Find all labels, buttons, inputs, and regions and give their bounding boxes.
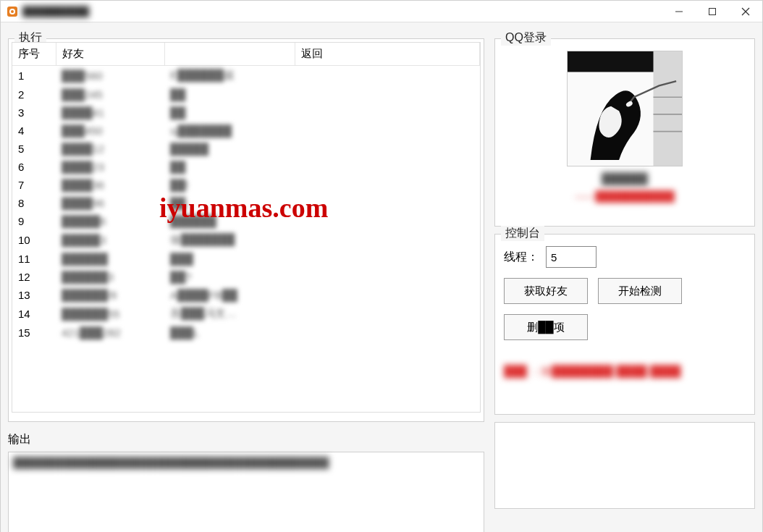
login-panel: QQ登录 [494,38,755,227]
login-username: ██████ [602,172,648,185]
cell-seq: 3 [12,104,56,122]
app-icon [7,6,18,17]
output-box[interactable]: ████████████████████████████████████████… [8,452,484,532]
cell-ret [295,212,480,230]
output-line: ████████████████████████████████████████… [13,457,479,468]
cell-friend: ████96 [56,194,164,212]
col-ret-header[interactable]: 返回 [295,43,480,66]
cell-ret [295,304,480,324]
fetch-friends-button[interactable]: 获取好友 [504,278,588,304]
login-subtitle: ——███████████ [575,190,674,202]
cell-seq: 15 [12,324,56,342]
minimize-button[interactable] [662,1,696,22]
table-row[interactable]: 14██████55吾███冯支… [12,304,480,324]
delete-item-button[interactable]: 删██项 [504,314,588,340]
col-friend-header[interactable]: 好友 [56,43,164,66]
thread-label: 线程： [504,250,539,265]
table-row[interactable]: 10█████3做███████ [12,230,480,250]
cell-ret [295,104,480,122]
table-row[interactable]: 15421███282███L [12,324,480,342]
table-row[interactable]: 8████96██ [12,194,480,212]
window-title: ██████████ [22,6,89,17]
cell-seq: 6 [12,158,56,176]
cell-nick: ██ [164,104,295,122]
cell-ret [295,176,480,194]
cell-seq: 7 [12,176,56,194]
table-row[interactable]: 4███450sj███████ [12,122,480,140]
close-button[interactable] [729,1,762,22]
window-controls [662,1,762,22]
cell-seq: 2 [12,85,56,104]
cell-nick: E██████媒 [164,66,295,86]
table-row[interactable]: 1███560E██████媒 [12,66,480,86]
cell-friend: ███560 [56,66,164,86]
content-area: iyuanmas.com 执行 序号 好友 返回 [1,22,762,532]
cell-nick: ███L [164,324,295,342]
table-row[interactable]: 12██████3██? [12,268,480,286]
col-nick-header[interactable] [164,43,295,66]
cell-ret [295,268,480,286]
cell-friend: 421███282 [56,324,164,342]
cell-friend: ███245 [56,85,164,104]
control-panel: 控制台 线程： 获取好友 开始检测 删██项 ███ ：致████████ ██… [494,234,755,415]
button-row-1: 获取好友 开始检测 [504,278,746,304]
minimize-icon [675,7,683,16]
cell-friend: █████6 [56,212,164,230]
cell-nick: sj███████ [164,122,295,140]
cell-ret [295,286,480,304]
maximize-button[interactable] [696,1,729,22]
svg-rect-4 [709,8,716,14]
avatar[interactable] [567,51,683,166]
col-seq-header[interactable]: 序号 [12,43,56,66]
cell-friend: ████23 [56,158,164,176]
cell-friend: ██████ [56,250,164,268]
thread-input[interactable] [546,246,597,268]
cell-ret [295,230,480,250]
app-window: ██████████ iyuanmas.com 执行 [0,0,763,532]
cell-seq: 12 [12,268,56,286]
login-panel-title: QQ登录 [501,30,551,46]
cell-seq: 13 [12,286,56,304]
cell-nick: ██? [164,268,295,286]
table-row[interactable]: 9█████6██████ [12,212,480,230]
table-row[interactable]: 2███245██ [12,85,480,104]
table-row[interactable]: 6████23██ [12,158,480,176]
cell-seq: 8 [12,194,56,212]
exec-table-scroll[interactable]: 序号 好友 返回 1███560E██████媒2███245██3████41… [12,42,481,413]
table-row[interactable]: 11█████████ [12,250,480,268]
exec-panel: 执行 序号 好友 返回 1███ [8,38,484,422]
start-detect-button[interactable]: 开始检测 [598,278,682,304]
table-row[interactable]: 7████36██! [12,176,480,194]
cell-friend: ████36 [56,176,164,194]
cell-ret [295,250,480,268]
svg-point-2 [11,10,14,13]
table-row[interactable]: 13██████/8A████FB██ [12,286,480,304]
exec-panel-inner: 序号 好友 返回 1███560E██████媒2███245██3████41… [9,39,484,415]
cell-seq: 4 [12,122,56,140]
left-column: 执行 序号 好友 返回 1███ [8,30,484,532]
button-row-2: 删██项 [504,314,746,340]
cell-seq: 10 [12,230,56,250]
control-panel-inner: 线程： 获取好友 开始检测 删██项 ███ ：致████████ ████ █… [495,235,754,390]
cell-nick: ██████ [164,212,295,230]
table-row[interactable]: 3████41██ [12,104,480,122]
cell-nick: ███ [164,250,295,268]
cell-seq: 9 [12,212,56,230]
cell-friend: ███450 [56,122,164,140]
output-label: 输出 [8,432,484,447]
bottom-empty-panel [494,422,755,509]
cell-nick: ██ [164,194,295,212]
cell-seq: 5 [12,140,56,158]
cell-nick: ██ [164,158,295,176]
exec-table: 序号 好友 返回 1███560E██████媒2███245██3████41… [12,43,480,342]
thread-row: 线程： [504,246,746,268]
cell-nick: █████ [164,140,295,158]
cell-ret [295,140,480,158]
cell-seq: 1 [12,66,56,86]
cell-friend: █████3 [56,230,164,250]
maximize-icon [708,7,717,16]
table-row[interactable]: 5████12█████ [12,140,480,158]
avatar-image [568,51,682,166]
cell-nick: A████FB██ [164,286,295,304]
cell-nick: 做███████ [164,230,295,250]
